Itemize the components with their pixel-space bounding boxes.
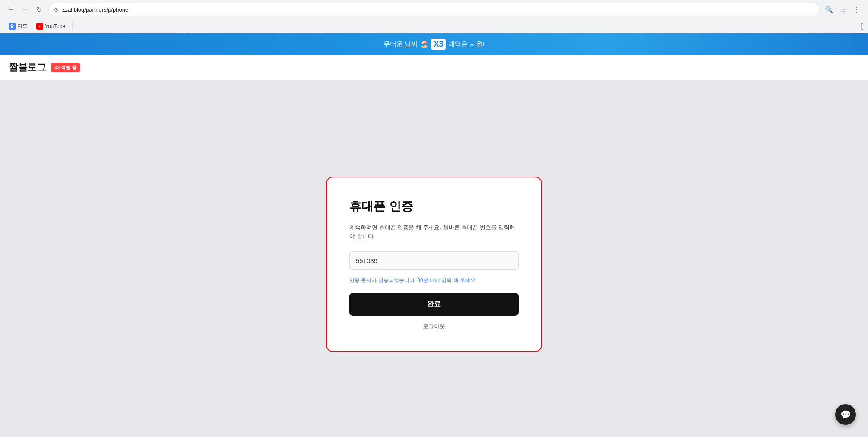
star-icon: ☆ bbox=[840, 6, 846, 14]
back-button[interactable]: ← bbox=[5, 3, 17, 16]
complete-button[interactable]: 완료 bbox=[349, 293, 519, 316]
maps-label: 지도 bbox=[17, 22, 28, 30]
search-button[interactable]: 🔍 bbox=[823, 3, 835, 16]
main-content: 휴대폰 인증 계속하려면 휴대폰 인증을 해 주세요. 올바른 휴대폰 번호를 … bbox=[0, 80, 868, 437]
logout-label: 로그아웃 bbox=[423, 323, 445, 329]
bookmark-button[interactable]: ☆ bbox=[837, 3, 849, 16]
back-arrow-icon: ← bbox=[8, 6, 15, 13]
browser-chrome: ← → ↻ ⊙ 🔍 ☆ ⋮ bbox=[0, 0, 868, 33]
banner-decoration: 🏖️ bbox=[420, 40, 428, 48]
address-bar-container[interactable]: ⊙ bbox=[48, 3, 820, 16]
security-icon: ⊙ bbox=[54, 6, 59, 13]
chat-bubble-button[interactable]: 💬 bbox=[835, 404, 856, 425]
sms-notice: 인증 문자가 발송되었습니다. 30분 내에 입력 해 주세요. bbox=[349, 277, 519, 284]
reload-icon: ↻ bbox=[36, 6, 42, 14]
bookmark-maps[interactable]: 지도 bbox=[5, 21, 31, 31]
site-logo: 짤블로그 bbox=[9, 61, 46, 74]
card-title: 휴대폰 인증 bbox=[349, 198, 519, 215]
toolbar-right: 🔍 ☆ ⋮ bbox=[823, 3, 863, 16]
bookmark-youtube[interactable]: YouTube bbox=[33, 22, 69, 31]
youtube-favicon bbox=[36, 23, 43, 30]
menu-icon: ⋮ bbox=[853, 6, 860, 14]
verification-code-input[interactable] bbox=[349, 251, 519, 270]
banner-text-right: 혜택은 시원! bbox=[448, 40, 484, 48]
menu-button[interactable]: ⋮ bbox=[851, 3, 863, 16]
card-description: 계속하려면 휴대폰 인증을 해 주세요. 올바른 휴대폰 번호를 입력해야 합니… bbox=[349, 223, 519, 241]
forward-arrow-icon: → bbox=[22, 6, 29, 13]
verification-card: 휴대폰 인증 계속하려면 휴대폰 인증을 해 주세요. 올바른 휴대폰 번호를 … bbox=[326, 177, 542, 352]
chat-icon: 💬 bbox=[840, 409, 851, 420]
banner-content: 무더운 날씨 🏖️ X3 혜택은 시원! bbox=[383, 39, 485, 50]
search-icon: 🔍 bbox=[825, 6, 833, 14]
bracket-icon: [ bbox=[861, 22, 863, 30]
bookmarks-separator bbox=[72, 22, 73, 31]
reload-button[interactable]: ↻ bbox=[33, 3, 45, 16]
browser-toolbar: ← → ↻ ⊙ 🔍 ☆ ⋮ bbox=[0, 0, 868, 19]
logout-link[interactable]: 로그아웃 bbox=[349, 323, 519, 330]
bookmarks-bar: 지도 YouTube [ bbox=[0, 19, 868, 33]
complete-button-label: 완료 bbox=[427, 300, 441, 307]
site-banner: 무더운 날씨 🏖️ X3 혜택은 시원! bbox=[0, 33, 868, 55]
maps-favicon bbox=[9, 23, 16, 30]
site-header: 짤블로그 x3 적립 중 bbox=[0, 55, 868, 80]
address-input[interactable] bbox=[62, 6, 814, 13]
x3-badge: x3 적립 중 bbox=[51, 63, 80, 72]
forward-button[interactable]: → bbox=[19, 3, 31, 16]
youtube-label: YouTube bbox=[45, 23, 65, 29]
banner-x3-badge: X3 bbox=[431, 39, 446, 50]
nav-buttons: ← → ↻ bbox=[5, 3, 45, 16]
banner-text-left: 무더운 날씨 bbox=[383, 40, 418, 48]
bookmarks-more: [ bbox=[861, 22, 863, 30]
